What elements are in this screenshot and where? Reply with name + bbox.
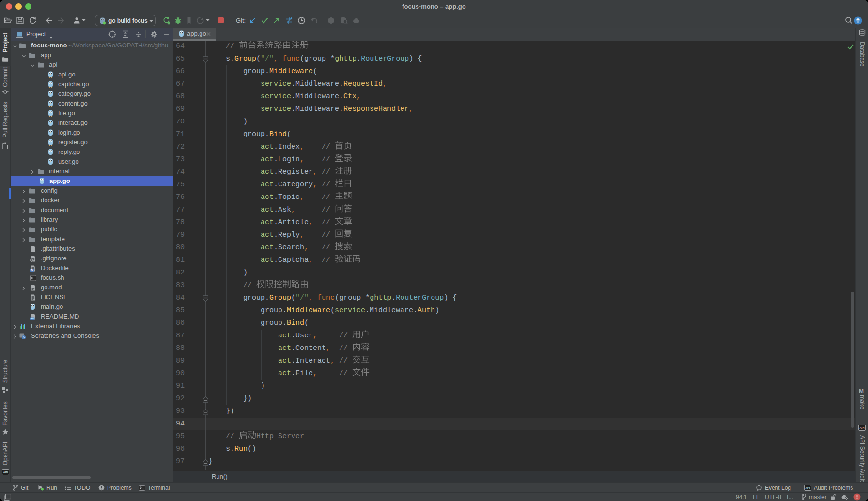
- svg-text:API: API: [805, 486, 810, 489]
- svg-text:API: API: [3, 471, 8, 474]
